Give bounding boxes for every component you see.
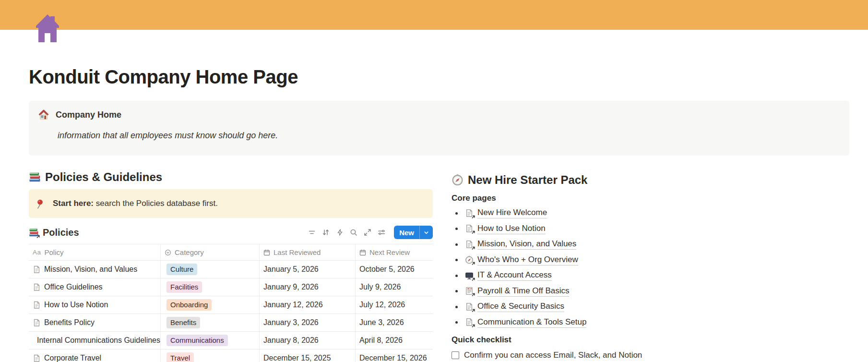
table-row[interactable]: Benefits Policy Benefits January 3, 2026…: [29, 314, 433, 332]
home-page-icon[interactable]: [34, 13, 61, 42]
policies-guidelines-heading: Policies & Guidelines: [29, 169, 433, 185]
bullet-dot: [455, 243, 458, 246]
page-link[interactable]: Office & Security Basics: [477, 302, 564, 312]
select-property-icon: [165, 249, 171, 256]
date-property-icon: [359, 249, 366, 256]
page-title: Konduit Company Home Page: [29, 66, 298, 88]
link-arrow-icon: [471, 245, 476, 250]
cover-banner[interactable]: [0, 0, 868, 30]
page-icon: [33, 283, 40, 291]
right-column: New Hire Starter Pack Core pages New Hir…: [452, 169, 855, 362]
chevron-down-icon: [424, 230, 429, 235]
table-row[interactable]: Mission, Vision, and Values Culture Janu…: [29, 261, 433, 278]
start-here-callout[interactable]: Start here: search the Policies database…: [29, 189, 433, 218]
list-item: Payroll & Time Off Basics: [452, 284, 855, 300]
date-property-icon: [263, 249, 270, 256]
table-row[interactable]: Office Guidelines Facilities January 9, …: [29, 278, 433, 296]
bullet-dot: [455, 321, 458, 324]
company-home-callout[interactable]: Company Home information that all employ…: [29, 101, 849, 156]
books-icon: [29, 171, 41, 183]
page-icon: [33, 301, 40, 309]
bullet-dot: [455, 228, 458, 230]
page-icon: [33, 319, 40, 326]
purple-house-icon: [34, 13, 61, 42]
bullet-dot: [455, 275, 458, 277]
table-header-row: AaPolicy Category Last Reviewed Next Rev…: [29, 244, 433, 261]
column-header-policy[interactable]: AaPolicy: [29, 244, 160, 260]
todo-item: Confirm you can access Email, Slack, and…: [452, 350, 855, 360]
new-hire-starter-pack-heading: New Hire Starter Pack: [452, 172, 855, 188]
list-item: Communication & Tools Setup: [452, 315, 855, 331]
company-home-title: Company Home: [56, 110, 121, 120]
page-icon: [33, 354, 40, 362]
category-tag[interactable]: Travel: [166, 352, 194, 362]
list-item: Office & Security Basics: [452, 299, 855, 315]
link-arrow-icon: [471, 229, 476, 234]
table-row[interactable]: How to Use Notion Onboarding January 12,…: [29, 296, 433, 314]
category-tag[interactable]: Onboarding: [166, 299, 212, 311]
new-button[interactable]: New: [394, 226, 433, 239]
pushpin-icon: [35, 199, 45, 209]
link-arrow-icon: [471, 323, 476, 328]
new-button-label[interactable]: New: [394, 229, 419, 237]
left-column: Policies & Guidelines Start here: search…: [29, 169, 433, 362]
page-link[interactable]: Who's Who + Org Overview: [477, 255, 578, 265]
column-header-last-reviewed[interactable]: Last Reviewed: [259, 244, 355, 260]
link-arrow-icon: [471, 214, 476, 219]
link-arrow-icon: [36, 234, 40, 239]
company-home-note: information that all employees must know…: [58, 131, 838, 141]
view-settings-icon[interactable]: [378, 229, 385, 236]
page-link[interactable]: New Hire Welcome: [477, 208, 547, 218]
database-toolbar: New: [308, 226, 433, 239]
core-pages-label: Core pages: [452, 193, 855, 203]
policies-table: AaPolicy Category Last Reviewed Next Rev…: [29, 244, 433, 362]
title-property-icon: Aa: [33, 249, 41, 256]
database-title[interactable]: Policies: [29, 227, 79, 238]
bullet-dot: [455, 306, 458, 308]
page-link[interactable]: Payroll & Time Off Basics: [477, 286, 569, 297]
bullet-dot: [455, 290, 458, 292]
table-row[interactable]: Corporate Travel Travel December 15, 202…: [29, 350, 433, 362]
list-item: How to Use Notion: [452, 221, 855, 237]
page-link[interactable]: Mission, Vision, and Values: [477, 239, 576, 250]
compass-icon: [452, 174, 464, 186]
column-header-category[interactable]: Category: [160, 244, 259, 260]
page-icon: [33, 337, 33, 344]
sort-icon[interactable]: [322, 229, 330, 236]
table-row[interactable]: Internal Communications Guidelines Commu…: [29, 332, 433, 350]
page-icon: [33, 265, 40, 273]
core-pages-list: New Hire Welcome How to Use Notion Missi…: [452, 205, 855, 330]
page-link[interactable]: Communication & Tools Setup: [477, 317, 586, 328]
list-item: Who's Who + Org Overview: [452, 253, 855, 268]
list-item: IT & Account Access: [452, 268, 855, 284]
category-tag[interactable]: Facilities: [166, 281, 202, 293]
column-header-next-review[interactable]: Next Review: [355, 244, 433, 260]
house-emoji-icon: [38, 109, 49, 120]
list-item: Mission, Vision, and Values: [452, 237, 855, 253]
start-here-text: Start here: search the Policies database…: [53, 199, 218, 208]
checkbox-unchecked[interactable]: [452, 351, 459, 359]
bullet-dot: [455, 212, 458, 215]
link-arrow-icon: [471, 277, 476, 281]
automations-icon[interactable]: [336, 229, 344, 236]
link-arrow-icon: [471, 308, 476, 313]
category-tag[interactable]: Communications: [166, 335, 228, 346]
search-icon[interactable]: [350, 229, 357, 236]
page-link[interactable]: IT & Account Access: [477, 270, 552, 281]
page-link[interactable]: How to Use Notion: [477, 224, 546, 234]
link-arrow-icon: [471, 261, 476, 265]
new-button-dropdown[interactable]: [420, 230, 433, 235]
category-tag[interactable]: Culture: [166, 264, 197, 275]
expand-icon[interactable]: [364, 229, 371, 236]
category-tag[interactable]: Benefits: [166, 317, 200, 328]
quick-checklist-label: Quick checklist: [452, 335, 855, 345]
link-arrow-icon: [471, 292, 476, 297]
filter-icon[interactable]: [308, 229, 316, 236]
todo-label: Confirm you can access Email, Slack, and…: [464, 350, 642, 360]
list-item: New Hire Welcome: [452, 205, 855, 221]
bullet-dot: [455, 259, 458, 261]
